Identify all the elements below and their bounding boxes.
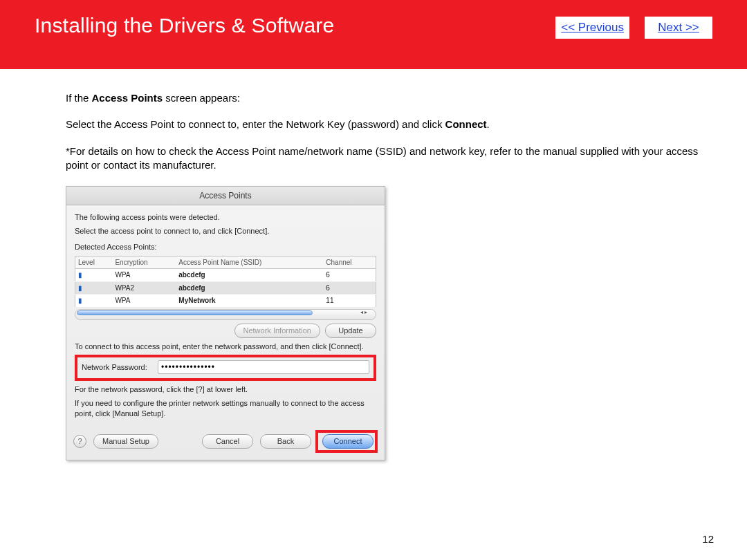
network-information-button[interactable]: Network Information xyxy=(234,324,320,338)
intro-line-1: If the Access Points screen appears: xyxy=(66,91,712,105)
network-password-input[interactable] xyxy=(158,360,369,374)
access-points-window: Access Points The following access point… xyxy=(66,186,385,460)
window-intro-1: The following access points were detecte… xyxy=(75,212,376,223)
table-row[interactable]: WPA abcdefg 6 xyxy=(75,269,376,282)
manual-setup-button[interactable]: Manual Setup xyxy=(93,434,158,449)
cancel-button[interactable]: Cancel xyxy=(202,434,253,449)
table-row[interactable]: WPA2 abcdefg 6 xyxy=(75,281,376,295)
signal-icon xyxy=(78,283,85,290)
col-ssid: Access Point Name (SSID) xyxy=(176,256,323,269)
back-button[interactable]: Back xyxy=(260,434,311,449)
col-channel: Channel xyxy=(323,256,376,269)
main-content: If the Access Points screen appears: Sel… xyxy=(0,69,747,460)
password-label: Network Password: xyxy=(82,362,158,373)
access-points-table[interactable]: Level Encryption Access Point Name (SSID… xyxy=(75,256,376,308)
col-level: Level xyxy=(75,256,113,269)
header-bar: Installing the Drivers & Software << Pre… xyxy=(0,0,747,69)
next-button[interactable]: Next >> xyxy=(645,17,712,39)
scroll-thumb[interactable] xyxy=(77,310,313,315)
help-icon[interactable]: ? xyxy=(73,435,86,448)
connect-highlight: Connect xyxy=(315,430,378,453)
scroll-arrows[interactable]: ◂ ▸ xyxy=(353,310,374,316)
window-title: Access Points xyxy=(66,187,385,205)
connect-button[interactable]: Connect xyxy=(322,434,374,449)
intro-line-2: Select the Access Point to connect to, e… xyxy=(66,118,712,131)
signal-icon xyxy=(78,296,85,303)
table-row[interactable]: WPA MyNetwork 11 xyxy=(75,295,376,308)
nav-buttons: << Previous Next >> xyxy=(555,17,712,39)
window-intro-2: Select the access point to connect to, a… xyxy=(75,226,376,236)
update-button[interactable]: Update xyxy=(325,324,376,338)
col-encryption: Encryption xyxy=(112,256,176,269)
page-title: Installing the Drivers & Software xyxy=(35,14,334,37)
help-text-1: For the network password, click the [?] … xyxy=(75,384,376,395)
help-text-2: If you need to configure the printer net… xyxy=(75,398,376,419)
detected-label: Detected Access Points: xyxy=(75,242,376,252)
horizontal-scrollbar[interactable]: ◂ ▸ xyxy=(75,309,376,320)
previous-button[interactable]: << Previous xyxy=(555,17,629,39)
connect-hint: To connect to this access point, enter t… xyxy=(75,342,376,352)
signal-icon xyxy=(78,270,85,277)
page-number: 12 xyxy=(702,533,714,545)
footnote: *For details on how to check the Access … xyxy=(66,144,712,173)
password-section: Network Password: xyxy=(75,355,376,381)
